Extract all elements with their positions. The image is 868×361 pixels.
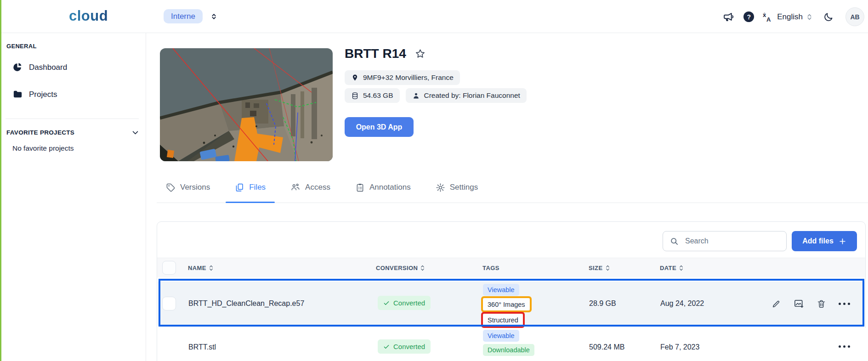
select-all-checkbox[interactable] xyxy=(162,261,176,275)
table-row[interactable]: BRTT_HD_CleanClean_Recap.e57 Converted V… xyxy=(158,282,866,326)
sort-icon xyxy=(420,265,425,271)
folder-icon xyxy=(12,89,23,100)
column-label: TAGS xyxy=(482,265,499,271)
file-name: BRTT_HD_CleanClean_Recap.e57 xyxy=(188,299,304,308)
app-root: cloud Interne ? ẋ A English xyxy=(0,0,868,361)
language-label: English xyxy=(777,12,803,22)
location-badge: 9MF9+32 Morvilliers, France xyxy=(345,70,460,85)
tab-label: Versions xyxy=(180,183,210,192)
column-label: SIZE xyxy=(589,265,603,271)
svg-text:A: A xyxy=(766,16,771,23)
more-actions-button[interactable] xyxy=(839,303,850,305)
help-button[interactable]: ? xyxy=(743,11,754,22)
file-size: 28.9 GB xyxy=(589,299,616,308)
tab-access[interactable]: Access xyxy=(281,177,340,203)
sidebar-section-general: GENERAL xyxy=(6,43,37,50)
workspace-expand-icon[interactable] xyxy=(210,11,218,22)
tab-label: Files xyxy=(249,183,266,192)
sidebar-item-label: Dashboard xyxy=(29,63,67,72)
tags-cell: Viewable Downloadable xyxy=(483,330,534,356)
sidebar-divider xyxy=(6,118,139,119)
tab-versions[interactable]: Versions xyxy=(157,177,219,203)
tag-viewable: Viewable xyxy=(483,330,519,342)
clipboard-icon xyxy=(355,183,365,192)
red-annotation-box: Structured xyxy=(481,312,525,328)
column-header-size[interactable]: SIZE xyxy=(589,258,610,277)
file-date: Aug 24, 2022 xyxy=(660,299,704,308)
tags-cell: Viewable 360° Images Structured xyxy=(483,284,532,328)
image-download-button[interactable] xyxy=(794,299,804,309)
conversion-badge: Converted xyxy=(378,296,431,310)
favorites-empty-text: No favorite projects xyxy=(12,144,74,152)
tab-annotations[interactable]: Annotations xyxy=(346,177,420,203)
help-icon: ? xyxy=(743,11,754,22)
row-actions xyxy=(839,345,850,348)
open-3d-app-button[interactable]: Open 3D App xyxy=(345,117,414,137)
tag-structured: Structured xyxy=(483,314,523,326)
size-badge: 54.63 GB xyxy=(345,88,400,103)
size-text: 54.63 GB xyxy=(363,91,393,100)
column-label: CONVERSION xyxy=(376,265,418,271)
edit-button[interactable] xyxy=(772,299,781,309)
pie-chart-icon xyxy=(12,62,23,73)
project-meta-row-1: 9MF9+32 Morvilliers, France xyxy=(345,70,460,85)
column-header-date[interactable]: DATE xyxy=(660,258,684,277)
left-edge-annotation-line xyxy=(0,0,1,361)
top-bar-right: ? ẋ A English AB xyxy=(723,7,864,26)
moon-icon xyxy=(823,12,834,22)
column-header-name[interactable]: NAME xyxy=(188,258,214,277)
user-avatar[interactable]: AB xyxy=(845,7,864,26)
top-bar: cloud Interne ? ẋ A English xyxy=(0,0,868,33)
more-actions-button[interactable] xyxy=(839,345,850,348)
sort-icon xyxy=(209,265,214,271)
translate-icon: ẋ A xyxy=(762,11,773,23)
favorites-label: FAVORITE PROJECTS xyxy=(6,129,74,136)
star-icon[interactable] xyxy=(414,48,426,60)
creator-badge: Created by: Florian Fauconnet xyxy=(406,88,527,103)
project-title-row: BRTT R14 xyxy=(345,46,426,61)
sidebar: GENERAL Dashboard Projects FAVORITE PROJ… xyxy=(0,33,146,361)
tab-settings[interactable]: Settings xyxy=(426,177,487,203)
delete-button[interactable] xyxy=(817,299,826,309)
tag-360-images: 360° Images xyxy=(483,298,530,310)
project-tabs: Versions Files Access Annotations Settin… xyxy=(157,177,868,203)
project-meta-row-2: 54.63 GB Created by: Florian Fauconnet xyxy=(345,88,527,103)
orange-annotation-box: 360° Images xyxy=(481,296,532,312)
column-header-conversion[interactable]: CONVERSION xyxy=(376,258,425,277)
dark-mode-toggle[interactable] xyxy=(823,12,834,22)
announcements-button[interactable] xyxy=(723,11,734,23)
sort-icon xyxy=(605,265,610,271)
project-thumbnail xyxy=(160,48,333,161)
person-icon xyxy=(412,92,420,100)
row-actions xyxy=(772,299,850,309)
file-size: 509.24 MB xyxy=(589,343,624,351)
conversion-label: Converted xyxy=(393,343,425,350)
megaphone-icon xyxy=(723,11,734,23)
row-checkbox[interactable] xyxy=(162,297,176,310)
sidebar-item-dashboard[interactable]: Dashboard xyxy=(12,62,67,73)
tab-files[interactable]: Files xyxy=(226,177,275,203)
creator-text: Created by: Florian Fauconnet xyxy=(424,91,520,100)
pencil-icon xyxy=(772,299,781,309)
favorites-section-header[interactable]: FAVORITE PROJECTS xyxy=(6,129,139,136)
chevron-down-icon xyxy=(131,129,139,136)
location-pin-icon xyxy=(351,74,359,82)
search-input[interactable] xyxy=(684,237,780,246)
file-date: Feb 7, 2023 xyxy=(660,343,699,351)
language-selector[interactable]: ẋ A English xyxy=(762,11,812,23)
table-row[interactable]: BRTT.stl Converted Viewable Downloadable… xyxy=(158,328,866,361)
plus-icon xyxy=(839,237,846,245)
workspace-pill[interactable]: Interne xyxy=(164,9,203,23)
tag-downloadable: Downloadable xyxy=(483,344,534,356)
conversion-badge: Converted xyxy=(378,339,431,354)
column-header-tags: TAGS xyxy=(482,258,499,277)
app-logo[interactable]: cloud xyxy=(69,8,108,24)
language-expand-icon xyxy=(806,13,812,21)
add-files-button[interactable]: Add files xyxy=(792,231,857,251)
gear-icon xyxy=(436,183,445,192)
page-title: BRTT R14 xyxy=(345,46,406,61)
tag-icon xyxy=(166,183,176,192)
sort-icon xyxy=(679,265,684,271)
sidebar-item-projects[interactable]: Projects xyxy=(12,89,57,100)
search-box xyxy=(663,231,787,251)
